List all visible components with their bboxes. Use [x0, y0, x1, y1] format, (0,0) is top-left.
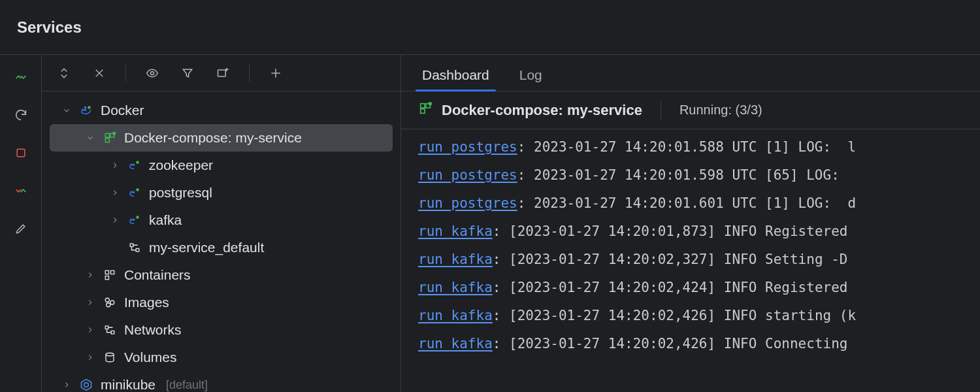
- filter-icon[interactable]: [176, 61, 199, 85]
- chevron-right-icon[interactable]: [61, 380, 72, 389]
- tree-node-service[interactable]: postgresql: [42, 179, 400, 206]
- console-line: run_kafka: [2023-01-27 14:20:02,327] INF…: [418, 246, 980, 274]
- chevron-right-icon[interactable]: [85, 270, 95, 280]
- svg-point-13: [136, 161, 139, 164]
- log-source-link[interactable]: run_kafka: [418, 223, 493, 239]
- tree-label: Networks: [124, 322, 182, 338]
- edit-icon[interactable]: [9, 217, 33, 240]
- svg-point-27: [106, 303, 110, 307]
- chevron-right-icon[interactable]: [110, 188, 120, 197]
- side-action-strip: [0, 55, 42, 392]
- tree-label: Docker: [101, 103, 144, 118]
- chevron-down-icon[interactable]: [85, 133, 95, 142]
- stop-icon[interactable]: [9, 141, 33, 165]
- log-source-link[interactable]: run_kafka: [418, 280, 493, 295]
- chevron-right-icon[interactable]: [85, 298, 95, 307]
- refresh-icon[interactable]: [9, 103, 33, 127]
- tab-dashboard[interactable]: Dashboard: [418, 67, 493, 91]
- separator: [661, 101, 661, 120]
- svg-point-26: [110, 301, 114, 304]
- svg-rect-33: [421, 104, 425, 108]
- log-text: : [2023-01-27 14:20:02,426] INFO Connect…: [493, 336, 856, 351]
- container-running-icon: [127, 187, 142, 199]
- tree-node-volumes[interactable]: Volumes: [42, 344, 400, 371]
- log-source-link[interactable]: run_kafka: [418, 308, 493, 323]
- console-line: run_kafka: [2023-01-27 14:20:01,873] INF…: [418, 218, 980, 246]
- log-source-link[interactable]: run_postgres: [418, 167, 517, 183]
- tree-node-images[interactable]: Images: [42, 289, 400, 316]
- tree-label: Docker-compose: my-service: [124, 130, 302, 146]
- close-icon[interactable]: [88, 61, 111, 85]
- tree-node-service[interactable]: kafka: [42, 206, 400, 234]
- dashboard-title: Docker-compose: my-service: [442, 102, 642, 119]
- svg-rect-7: [105, 133, 109, 137]
- svg-rect-22: [105, 270, 108, 274]
- container-running-icon: [127, 214, 142, 226]
- network-icon: [127, 242, 142, 253]
- chevron-down-icon[interactable]: [61, 106, 72, 115]
- svg-point-6: [88, 106, 91, 109]
- log-text: : 2023-01-27 14:20:01.601 UTC [1] LOG: d: [517, 195, 856, 211]
- panel-title: Services: [17, 18, 82, 37]
- svg-rect-14: [130, 191, 132, 193]
- tree-toolbar: [42, 55, 400, 91]
- svg-point-19: [136, 216, 139, 219]
- detail-tabs: Dashboard Log: [401, 55, 980, 91]
- svg-point-36: [429, 102, 433, 106]
- tree-node-minikube[interactable]: minikube [default]: [42, 371, 400, 392]
- console-line: run_postgres: 2023-01-27 14:20:01.601 UT…: [418, 189, 980, 218]
- dashboard-header: Docker-compose: my-service Running: (3/3…: [401, 91, 980, 129]
- compose-icon: [418, 101, 433, 119]
- svg-rect-18: [133, 219, 135, 221]
- services-tree[interactable]: Docker Docker-compose: my-service zook: [42, 91, 400, 392]
- svg-marker-31: [82, 380, 91, 391]
- tree-label: Containers: [124, 267, 191, 283]
- log-source-link[interactable]: run_postgres: [418, 139, 517, 155]
- down-deploy-icon[interactable]: [9, 179, 33, 203]
- chevron-right-icon[interactable]: [110, 216, 120, 225]
- console-line: run_kafka: [2023-01-27 14:20:02,426] INF…: [418, 330, 980, 358]
- svg-rect-21: [136, 249, 139, 252]
- tree-node-network[interactable]: my-service_default: [42, 234, 400, 261]
- chevron-right-icon[interactable]: [110, 161, 120, 170]
- svg-rect-17: [130, 219, 132, 221]
- tree-label: zookeeper: [149, 157, 213, 173]
- tree-node-compose[interactable]: Docker-compose: my-service: [50, 124, 393, 152]
- tree-label: postgresql: [149, 185, 212, 201]
- deploy-icon[interactable]: [9, 65, 33, 89]
- expand-collapse-icon[interactable]: [52, 61, 76, 85]
- compose-icon: [102, 131, 118, 144]
- chevron-right-icon[interactable]: [85, 353, 95, 362]
- volumes-icon: [102, 351, 118, 363]
- log-source-link[interactable]: run_kafka: [418, 336, 493, 351]
- tree-node-containers[interactable]: Containers: [42, 261, 400, 289]
- images-icon: [102, 297, 118, 308]
- tree-node-networks[interactable]: Networks: [42, 316, 400, 344]
- toolbar-separator: [249, 65, 250, 82]
- add-icon[interactable]: [264, 61, 287, 85]
- container-running-icon: [127, 159, 142, 171]
- console-line: run_postgres: 2023-01-27 14:20:01.598 UT…: [418, 161, 980, 189]
- eye-icon[interactable]: [140, 61, 164, 85]
- tree-node-docker[interactable]: Docker: [42, 97, 400, 124]
- panel-body: Docker Docker-compose: my-service zook: [0, 55, 980, 392]
- log-text: : [2023-01-27 14:20:02,327] INFO Setting…: [493, 252, 848, 267]
- tree-node-service[interactable]: zookeeper: [42, 152, 400, 179]
- svg-rect-29: [111, 331, 114, 335]
- kubernetes-icon: [78, 378, 94, 391]
- svg-rect-20: [130, 244, 133, 247]
- open-window-icon[interactable]: [211, 61, 235, 85]
- log-source-link[interactable]: run_postgres: [418, 195, 517, 211]
- svg-point-1: [151, 71, 154, 74]
- log-text: : [2023-01-27 14:20:02,424] INFO Registe…: [493, 280, 856, 295]
- svg-rect-4: [84, 109, 86, 111]
- svg-rect-28: [105, 326, 108, 329]
- log-text: : 2023-01-27 14:20:01.588 UTC [1] LOG: l: [517, 139, 856, 155]
- log-source-link[interactable]: run_kafka: [418, 252, 493, 267]
- svg-rect-23: [111, 270, 114, 274]
- svg-point-30: [106, 353, 114, 356]
- tab-log[interactable]: Log: [515, 67, 546, 91]
- console-output[interactable]: run_postgres: 2023-01-27 14:20:01.588 UT…: [401, 129, 980, 392]
- chevron-right-icon[interactable]: [85, 325, 95, 335]
- svg-rect-2: [218, 70, 226, 76]
